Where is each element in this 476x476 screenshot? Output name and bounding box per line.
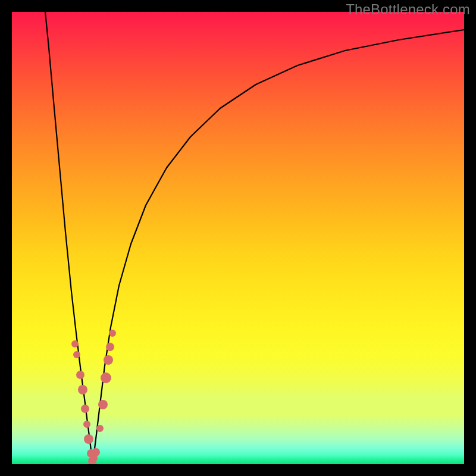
- data-marker: [106, 343, 114, 351]
- data-marker: [84, 434, 93, 444]
- curve-layer: [12, 12, 464, 464]
- data-marker: [98, 400, 108, 409]
- data-marker: [101, 372, 111, 383]
- data-marker: [92, 448, 100, 456]
- plot-area: [12, 12, 464, 464]
- data-marker: [83, 421, 90, 428]
- data-marker: [76, 371, 84, 379]
- data-marker: [73, 351, 80, 358]
- data-marker: [81, 405, 89, 413]
- data-marker: [104, 355, 113, 365]
- bottleneck-curve: [45, 12, 464, 462]
- data-marker: [96, 425, 104, 432]
- chart-stage: TheBottleneck.com: [0, 0, 476, 476]
- data-marker: [78, 385, 87, 394]
- data-marker: [71, 340, 79, 347]
- data-marker: [109, 330, 116, 337]
- watermark-label: TheBottleneck.com: [346, 1, 470, 18]
